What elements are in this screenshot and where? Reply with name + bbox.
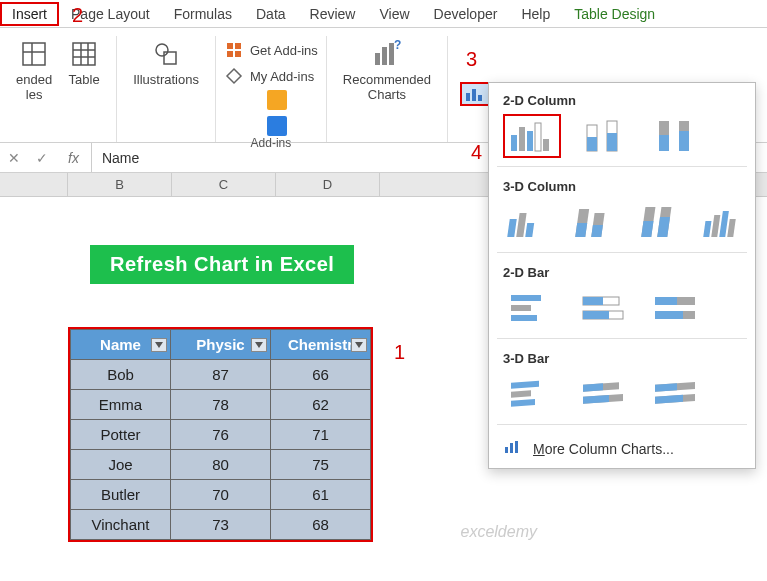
svg-rect-47: [575, 223, 587, 237]
cell-physics[interactable]: 78: [171, 390, 271, 420]
data-table: Name Physic Chemistr Bob8766 Emma7862 Po…: [70, 329, 371, 540]
cell-name[interactable]: Emma: [71, 390, 171, 420]
svg-rect-57: [727, 219, 736, 237]
svg-rect-42: [679, 131, 689, 151]
cell-chemistry[interactable]: 62: [271, 390, 371, 420]
illustrations-button[interactable]: Illustrations: [125, 36, 207, 89]
svg-rect-51: [641, 221, 653, 237]
th-name[interactable]: Name: [71, 330, 171, 360]
get-addins-label: Get Add-ins: [250, 43, 318, 58]
clustered-column-3d[interactable]: [503, 200, 555, 244]
cell-name[interactable]: Butler: [71, 480, 171, 510]
group-recommended-charts: ? Recommended Charts: [327, 36, 448, 142]
table-row[interactable]: Vinchant7368: [71, 510, 371, 540]
column-chart-dropdown[interactable]: [460, 82, 490, 106]
cell-physics[interactable]: 76: [171, 420, 271, 450]
cell-physics[interactable]: 80: [171, 450, 271, 480]
col-d[interactable]: D: [276, 173, 380, 196]
table-row[interactable]: Potter7671: [71, 420, 371, 450]
tab-developer[interactable]: Developer: [422, 2, 510, 26]
table-row[interactable]: Bob8766: [71, 360, 371, 390]
people-addin[interactable]: [267, 116, 287, 136]
cell-chemistry[interactable]: 66: [271, 360, 371, 390]
svg-rect-71: [511, 399, 535, 407]
stacked-column-2d[interactable]: [575, 114, 633, 158]
tab-table-design[interactable]: Table Design: [562, 2, 667, 26]
section-2d-column: 2-D Column: [503, 93, 741, 108]
table-row[interactable]: Butler7061: [71, 480, 371, 510]
th-chemistry[interactable]: Chemistr: [271, 330, 371, 360]
fb-cancel[interactable]: ✕: [0, 150, 28, 166]
more-charts-icon: [503, 439, 523, 458]
column-3d[interactable]: [701, 200, 753, 244]
cell-name[interactable]: Joe: [71, 450, 171, 480]
stacked100-column-2d[interactable]: [647, 114, 705, 158]
cell-chemistry[interactable]: 71: [271, 420, 371, 450]
cell-physics[interactable]: 70: [171, 480, 271, 510]
filter-icon[interactable]: [151, 338, 167, 352]
stacked-bar-2d[interactable]: [575, 286, 633, 330]
table-button[interactable]: Table: [60, 36, 108, 89]
bing-addin[interactable]: [267, 90, 287, 110]
svg-point-8: [156, 44, 168, 56]
stacked-column-3d[interactable]: [569, 200, 621, 244]
more-column-charts[interactable]: More Column Charts...: [489, 431, 755, 460]
stacked100-column-3d[interactable]: [635, 200, 687, 244]
svg-rect-12: [227, 51, 233, 57]
clustered-column-2d[interactable]: [503, 114, 561, 158]
tab-view[interactable]: View: [367, 2, 421, 26]
table-row[interactable]: Emma7862: [71, 390, 371, 420]
svg-rect-82: [515, 441, 518, 453]
my-addins-button[interactable]: My Add-ins: [224, 66, 318, 86]
svg-rect-11: [235, 43, 241, 49]
fb-confirm[interactable]: ✓: [28, 150, 56, 166]
svg-marker-29: [355, 342, 363, 348]
svg-rect-49: [591, 225, 603, 237]
svg-rect-15: [382, 47, 387, 65]
cell-chemistry[interactable]: 68: [271, 510, 371, 540]
svg-rect-60: [511, 315, 537, 321]
filter-icon[interactable]: [351, 338, 367, 352]
col-c[interactable]: C: [172, 173, 276, 196]
th-physics[interactable]: Physic: [171, 330, 271, 360]
stacked100-bar-2d[interactable]: [647, 286, 705, 330]
stacked100-bar-3d[interactable]: [647, 372, 705, 416]
svg-rect-69: [511, 381, 539, 389]
clustered-bar-2d[interactable]: [503, 286, 561, 330]
svg-rect-32: [527, 131, 533, 151]
cell-name[interactable]: Potter: [71, 420, 171, 450]
data-table-selection[interactable]: Name Physic Chemistr Bob8766 Emma7862 Po…: [68, 327, 373, 542]
tab-data[interactable]: Data: [244, 2, 298, 26]
column-chart-panel: 2-D Column 3-D Column 2-D Bar: [488, 82, 756, 469]
svg-rect-64: [583, 311, 609, 319]
get-addins-button[interactable]: Get Add-ins: [224, 40, 318, 60]
tab-help[interactable]: Help: [509, 2, 562, 26]
tab-review[interactable]: Review: [298, 2, 368, 26]
svg-rect-36: [587, 137, 597, 151]
svg-text:?: ?: [394, 39, 401, 52]
filter-icon[interactable]: [251, 338, 267, 352]
col-b[interactable]: B: [68, 173, 172, 196]
title-banner: Refresh Chart in Excel: [90, 245, 354, 284]
tab-formulas[interactable]: Formulas: [162, 2, 244, 26]
tab-insert[interactable]: Insert: [0, 2, 59, 26]
more-charts-label: More Column Charts...: [533, 441, 674, 457]
pivot-label2: les: [26, 87, 43, 102]
fx-icon[interactable]: fx: [56, 150, 91, 166]
cell-physics[interactable]: 73: [171, 510, 271, 540]
clustered-bar-3d[interactable]: [503, 372, 561, 416]
stacked-bar-3d[interactable]: [575, 372, 633, 416]
table-row[interactable]: Joe8075: [71, 450, 371, 480]
svg-rect-73: [583, 383, 603, 391]
svg-rect-77: [655, 383, 677, 392]
recommended-charts-button[interactable]: ? Recommended Charts: [335, 36, 439, 104]
cell-chemistry[interactable]: 61: [271, 480, 371, 510]
svg-rect-0: [23, 43, 45, 65]
cell-name[interactable]: Vinchant: [71, 510, 171, 540]
cell-chemistry[interactable]: 75: [271, 450, 371, 480]
cell-physics[interactable]: 87: [171, 360, 271, 390]
svg-rect-81: [510, 443, 513, 453]
col-a[interactable]: [0, 173, 68, 196]
cell-name[interactable]: Bob: [71, 360, 171, 390]
recommended-pivot-button[interactable]: ended les: [8, 36, 60, 104]
